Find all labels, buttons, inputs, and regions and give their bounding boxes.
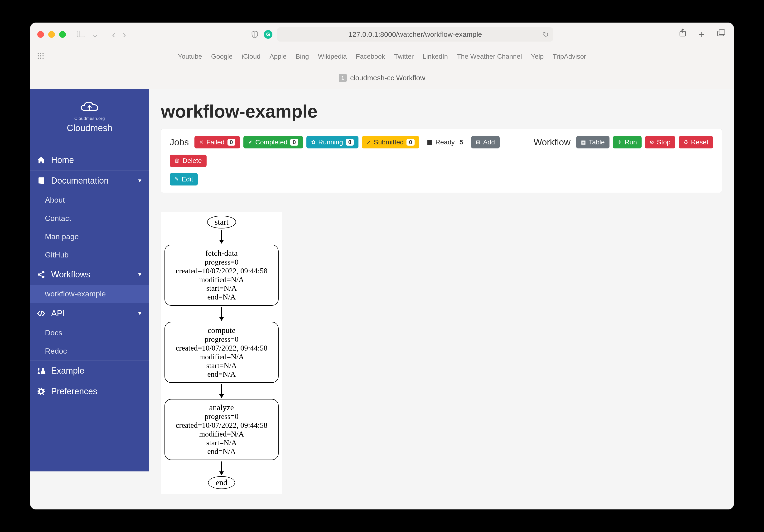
page-title: workflow-example [161,101,722,122]
sidebar-item-home[interactable]: Home [30,150,149,170]
reset-button[interactable]: ♻ Reset [679,136,713,148]
svg-point-12 [43,55,44,56]
bookmark-link[interactable]: TripAdvisor [553,53,586,60]
bookmark-link[interactable]: iCloud [242,53,260,60]
node-line: created=10/07/2022, 09:44:58 [168,266,275,275]
sidebar-subitem-redoc[interactable]: Redoc [30,342,149,360]
nav-label: Documentation [51,176,108,186]
svg-line-22 [41,311,42,316]
svg-line-21 [40,275,42,276]
svg-rect-6 [719,30,725,35]
bookmark-link[interactable]: Bing [295,53,309,60]
node-name: analyze [168,403,275,412]
bookmark-link[interactable]: Wikipedia [318,53,347,60]
node-line: end=N/A [168,370,275,379]
svg-point-19 [42,276,45,278]
bookmark-link[interactable]: LinkedIn [423,53,448,60]
recycle-icon: ♻ [683,139,688,145]
sidebar-subitem-workflow-example[interactable]: workflow-example [30,285,149,303]
stop-button[interactable]: ⊘ Stop [645,136,675,148]
apps-grid-icon[interactable] [37,53,44,61]
bookmark-link[interactable]: Apple [270,53,287,60]
bookmark-link[interactable]: Yelp [531,53,544,60]
node-line: end=N/A [168,447,275,456]
address-bar[interactable]: 127.0.0.1:8000/watcher/workflow-example … [277,27,553,42]
failed-button[interactable]: ✕ Failed 0 [194,136,240,148]
diagram-end-node: end [208,476,235,489]
forward-button[interactable]: › [123,29,126,40]
sidebar-subitem-manpage[interactable]: Man page [30,227,149,246]
window-controls [37,31,66,38]
node-line: created=10/07/2022, 09:44:58 [168,421,275,430]
bookmark-link[interactable]: Facebook [356,53,385,60]
node-name: fetch-data [168,248,275,258]
sidebar-item-api[interactable]: API ▼ [30,303,149,324]
btn-label: Add [483,138,495,146]
node-line: modified=N/A [168,352,275,361]
bookmark-link[interactable]: Youtube [178,53,202,60]
node-line: progress=0 [168,258,275,266]
completed-button[interactable]: ✔ Completed 0 [244,136,303,148]
new-tab-icon[interactable]: + [697,29,706,40]
svg-point-14 [40,58,41,59]
toolbar-right: + [678,29,727,40]
completed-count: 0 [290,139,298,146]
sidebar: Cloudmesh.org Cloudmesh Home Documentati… [30,89,149,471]
svg-point-10 [38,55,39,56]
run-button[interactable]: ✈ Run [613,136,642,148]
tabs-overview-icon[interactable] [716,29,727,40]
nav-sub-label: About [45,196,65,204]
nav-label: Workflows [51,270,90,280]
nav-sub-label: Man page [45,232,79,241]
diagram-node-fetch-data: fetch-data progress=0 created=10/07/2022… [164,245,279,306]
sidebar-subitem-docs[interactable]: Docs [30,324,149,342]
svg-point-15 [43,58,44,59]
nav-label: Home [51,155,74,165]
stop-square-icon [427,140,432,145]
sidebar-subitem-about[interactable]: About [30,191,149,209]
book-icon [37,177,45,185]
node-line: modified=N/A [168,275,275,284]
chevron-down-icon: ⌄ [90,30,100,40]
brand-title: Cloudmesh [30,123,149,133]
edit-button[interactable]: ✎ Edit [170,173,198,186]
bookmark-link[interactable]: Twitter [394,53,414,60]
sidebar-subitem-contact[interactable]: Contact [30,209,149,227]
svg-point-18 [38,273,40,276]
add-button[interactable]: ⊞ Add [471,136,500,148]
sidebar-icon [75,30,87,40]
bookmark-link[interactable]: Google [211,53,233,60]
sidebar-subitem-github[interactable]: GitHub [30,246,149,264]
btn-label: Delete [183,157,202,165]
running-button[interactable]: ✿ Running 0 [306,136,359,148]
privacy-shield-icon[interactable] [251,30,259,39]
nav-arrows: ‹ › [112,29,126,40]
tab-title[interactable]: cloudmesh-cc Workflow [350,74,425,82]
tab-count-badge: 1 [339,74,347,82]
gear-icon: ✿ [311,139,315,145]
refresh-icon[interactable]: ↻ [542,30,549,39]
close-window-button[interactable] [37,31,44,38]
bookmark-link[interactable]: The Weather Channel [457,53,522,60]
svg-point-8 [40,53,41,54]
table-button[interactable]: ▦ Table [576,136,610,148]
share-icon[interactable] [678,29,688,40]
sidebar-item-documentation[interactable]: Documentation ▼ [30,170,149,191]
maximize-window-button[interactable] [59,31,66,38]
x-icon: ✕ [199,139,204,145]
sidebar-toggle-group[interactable]: ⌄ [75,30,100,40]
sidebar-item-example[interactable]: Example [30,360,149,381]
delete-button[interactable]: 🗑 Delete [170,155,207,167]
minimize-window-button[interactable] [48,31,55,38]
submitted-button[interactable]: ↗ Submitted 0 [362,136,419,148]
nav-label: Example [51,366,85,376]
btn-label: Table [589,138,605,146]
share-nodes-icon [37,271,45,278]
sidebar-item-preferences[interactable]: Preferences [30,381,149,402]
browser-chrome: ⌄ ‹ › G 127.0.0.1:8000/watcher/workflow-… [30,23,734,89]
extension-icon[interactable]: G [264,30,273,39]
back-button[interactable]: ‹ [112,29,115,40]
node-line: start=N/A [168,439,275,447]
sidebar-item-workflows[interactable]: Workflows ▼ [30,264,149,285]
brand-subtitle: Cloudmesh.org [30,116,149,121]
